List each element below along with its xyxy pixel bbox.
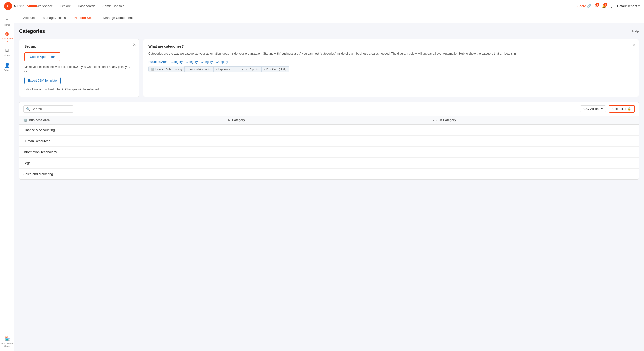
nav-admin-console[interactable]: Admin Console: [102, 4, 124, 8]
breadcrumb-category-3: Category: [201, 60, 213, 64]
chevron-down-icon: ▾: [601, 107, 603, 111]
cell-business-area: Finance & Accounting: [19, 125, 224, 136]
table-row: Legal: [19, 158, 639, 169]
sidebar-label-automation-hub: Automation Hub: [0, 37, 14, 43]
cell-category: [224, 147, 428, 158]
cell-business-area: Information Technology: [19, 147, 224, 158]
th-subcategory: ↳ Sub-Category: [428, 116, 639, 125]
share-label: Share: [577, 4, 586, 8]
sidebar-label-home: Home: [4, 24, 10, 26]
nav-explore[interactable]: Explore: [60, 4, 71, 8]
tab-account[interactable]: Account: [19, 12, 39, 23]
page-header: Categories Help: [19, 28, 639, 34]
breadcrumb-arrow-2: ›: [184, 60, 185, 63]
notification-badge-1: 5: [595, 3, 599, 7]
page-title: Categories: [19, 28, 45, 34]
tab-manage-access[interactable]: Manage Access: [39, 12, 70, 23]
cell-business-area: Human Resources: [19, 136, 224, 147]
notification-icon-2[interactable]: 🔔 4: [602, 4, 606, 8]
breadcrumb-category-4: Category: [216, 60, 228, 64]
apps-icon: ⊞: [5, 47, 9, 53]
cell-category: [224, 125, 428, 136]
th-business-area: 🏢 Business Area: [19, 116, 224, 125]
use-in-app-editor-button[interactable]: Use in App Editor: [24, 52, 60, 61]
lock-icon: 🔒: [627, 107, 631, 111]
setup-card-close[interactable]: ✕: [133, 42, 136, 47]
notification-badge-2: 4: [603, 3, 607, 7]
th-category-label: Category: [232, 118, 245, 122]
info-title: What are categories?: [148, 44, 634, 48]
sub-navigation: Account Manage Access Platform Setup Man…: [14, 12, 644, 23]
sidebar-item-automation-hub[interactable]: ◎ Automation Hub: [0, 29, 14, 44]
table-row: Information Technology: [19, 147, 639, 158]
th-business-label: Business Area: [29, 118, 50, 122]
cell-business-area: Legal: [19, 158, 224, 169]
sidebar-item-automation-store[interactable]: 🏪 Automation Store: [0, 334, 14, 349]
use-editor-label: Use Editor: [612, 107, 626, 111]
use-editor-table-button[interactable]: Use Editor 🔒: [609, 105, 635, 113]
nav-links: Workspace Explore Dashboards Admin Conso…: [37, 4, 124, 8]
search-input[interactable]: [32, 107, 69, 111]
main-content: Account Manage Access Platform Setup Man…: [14, 12, 644, 351]
th-subcategory-icon: ↳: [432, 118, 435, 122]
cell-subcategory: [428, 136, 639, 147]
sidebar-label-apps: Apps: [4, 54, 10, 57]
example-expense-reports: Expense Reports: [233, 66, 261, 72]
building-icon: 🏢: [151, 67, 155, 71]
tenant-label: DefaultTenant: [617, 4, 637, 8]
nav-workspace[interactable]: Workspace: [37, 4, 53, 8]
sidebar-item-admin[interactable]: 👤 Admin: [0, 59, 14, 74]
share-icon: 🔗: [587, 4, 591, 8]
th-subcategory-label: Sub-Category: [436, 118, 456, 122]
breadcrumb-arrow-1: ›: [169, 60, 170, 63]
export-csv-template-button[interactable]: Export CSV Template: [24, 77, 61, 84]
breadcrumb-chain: Business Area › Category › Category › Ca…: [148, 60, 634, 64]
more-options-button[interactable]: ⋮: [610, 4, 613, 8]
categories-table: 🏢 Business Area ↳ Category ↳ Sub-Categor…: [19, 116, 639, 179]
tab-platform-setup[interactable]: Platform Setup: [70, 12, 99, 23]
cards-row: ✕ Set up: Use in App Editor Make your ed…: [19, 39, 639, 97]
cell-subcategory: [428, 147, 639, 158]
table-row: Finance & Accounting: [19, 125, 639, 136]
cell-category: [224, 136, 428, 147]
nav-dashboards[interactable]: Dashboards: [78, 4, 95, 8]
logo-area: U UiPath Automation Hub: [4, 2, 37, 10]
share-button[interactable]: Share 🔗: [577, 4, 591, 8]
breadcrumb-category-1: Category: [170, 60, 183, 64]
sidebar-item-apps[interactable]: ⊞ Apps: [0, 44, 14, 59]
table-toolbar: 🔍 CSV Actions ▾ Use Editor 🔒: [19, 102, 639, 116]
chevron-down-icon: ▾: [638, 4, 640, 8]
example-finance: 🏢 Finance & Accounting: [148, 66, 185, 72]
setup-card: ✕ Set up: Use in App Editor Make your ed…: [19, 39, 139, 97]
info-description: Categories are the way we categorize you…: [148, 51, 634, 56]
tenant-selector[interactable]: DefaultTenant ▾: [617, 4, 640, 8]
info-card: ✕ What are categories? Categories are th…: [143, 39, 639, 97]
csv-actions-button[interactable]: CSV Actions ▾: [580, 105, 606, 112]
help-link[interactable]: Help: [632, 29, 639, 33]
cell-subcategory: [428, 169, 639, 180]
setup-description-2: Edit offline and upload it back! Changes…: [24, 87, 134, 92]
home-icon: ⌂: [6, 17, 8, 23]
top-navigation: U UiPath Automation Hub Workspace Explor…: [0, 0, 644, 12]
breadcrumb-category-2: Category: [186, 60, 198, 64]
table-row: Human Resources: [19, 136, 639, 147]
th-category: ↳ Category: [224, 116, 428, 125]
uipath-logo-icon: U: [4, 2, 12, 10]
table-row: Sales and Marketing: [19, 169, 639, 180]
admin-icon: 👤: [4, 62, 10, 68]
search-box: 🔍: [23, 105, 73, 113]
nav-right: Share 🔗 ✔ 5 🔔 4 ⋮ DefaultTenant ▾: [577, 4, 640, 8]
cell-category: [224, 169, 428, 180]
info-card-close[interactable]: ✕: [632, 42, 636, 47]
th-category-icon: ↳: [228, 118, 230, 122]
svg-text:UiPath: UiPath: [14, 4, 24, 8]
logo-text: UiPath Automation Hub: [14, 3, 37, 9]
tab-manage-components[interactable]: Manage Components: [99, 12, 138, 23]
notification-icon-1[interactable]: ✔ 5: [595, 4, 598, 8]
sidebar-label-admin: Admin: [4, 69, 10, 72]
example-internal-accounts: Internal Accounts: [185, 66, 213, 72]
csv-actions-label: CSV Actions: [583, 107, 600, 111]
sidebar-item-home[interactable]: ⌂ Home: [0, 14, 14, 29]
cell-category: [224, 158, 428, 169]
table-body: Finance & Accounting Human Resources Inf…: [19, 125, 639, 180]
